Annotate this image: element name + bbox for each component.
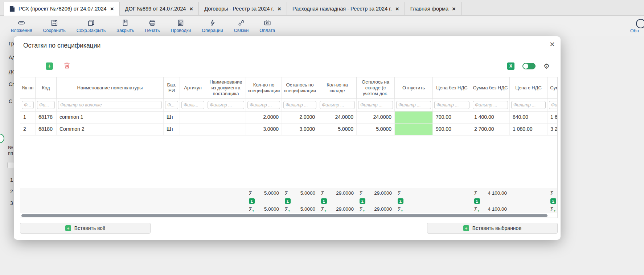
column-filter-input[interactable] — [247, 101, 280, 109]
bg-field-label: С — [9, 98, 12, 104]
save-close-button[interactable]: Сохр.Закрыть — [77, 19, 106, 33]
tab-close-icon[interactable]: × — [189, 6, 193, 12]
payment-button[interactable]: Оплата — [259, 19, 275, 33]
links-button[interactable]: Связки — [234, 19, 249, 33]
print-button[interactable]: Печать — [145, 19, 160, 33]
column-sum-button[interactable]: Σ — [249, 198, 255, 204]
add-row-button[interactable]: + — [46, 62, 53, 70]
refresh-icon[interactable] — [636, 19, 644, 28]
column-filter-input[interactable] — [434, 101, 469, 109]
cell: 3 2 — [547, 124, 558, 135]
column-sum-button[interactable]: Σ — [321, 198, 327, 204]
column-filter-input[interactable] — [165, 101, 178, 109]
insert-all-button[interactable]: + Вставить всё — [20, 223, 151, 234]
attachments-button[interactable]: Вложения — [11, 19, 32, 33]
bg-row-number: 3 — [10, 200, 13, 206]
tab-close-icon[interactable]: × — [110, 6, 114, 12]
column-header[interactable]: Сумма без НДС — [471, 77, 510, 98]
release-cell[interactable] — [395, 124, 433, 135]
dialog-title: Остатки по спецификации — [23, 42, 101, 49]
table-filter-row — [20, 99, 557, 112]
column-header[interactable]: № пп — [20, 77, 36, 98]
column-header[interactable]: Отпустить — [395, 77, 433, 98]
total-value: 29.0000 — [336, 206, 354, 212]
column-filter-input[interactable] — [181, 101, 204, 109]
bg-filter-input[interactable] — [7, 162, 15, 168]
scrollbar-thumb[interactable] — [21, 214, 547, 217]
delete-row-button[interactable] — [63, 62, 71, 71]
tool-label: Проводки — [171, 28, 191, 33]
column-sum-button[interactable]: Σ — [285, 198, 291, 204]
dialog-close-icon[interactable]: × — [550, 39, 555, 49]
table-row[interactable]: 168178common 1Шт2.00002.000024.000024.00… — [20, 112, 557, 124]
view-toggle[interactable] — [522, 63, 536, 69]
column-filter-input[interactable] — [208, 101, 244, 109]
column-filter-input[interactable] — [358, 101, 393, 109]
total-value: 4 100.00 — [488, 190, 507, 196]
excel-export-button[interactable]: X — [507, 62, 514, 70]
column-filter-input[interactable] — [283, 101, 316, 109]
column-sum-button[interactable]: Σ — [360, 198, 365, 204]
tab-rsx-project[interactable]: РСХ (проект №78206) от 24.07.2024 × — [4, 2, 120, 15]
tab-invoice-registry[interactable]: Расходная накладная - Реестр за 2024 г. … — [287, 2, 405, 15]
tab-close-icon[interactable]: × — [395, 6, 399, 12]
column-filter-input[interactable] — [22, 101, 34, 109]
column-header[interactable]: Осталось на складе (с учетом док- — [357, 77, 395, 98]
cell: 24.0000 — [357, 112, 395, 123]
column-filter-input[interactable] — [396, 101, 431, 109]
tab-close-icon[interactable]: × — [452, 6, 456, 12]
table-row[interactable]: 268180Common 2Шт3.00003.00005.00005.0000… — [20, 124, 557, 136]
release-cell[interactable] — [395, 112, 433, 123]
column-filter-input[interactable] — [473, 101, 508, 109]
column-header[interactable]: Цена с НДС — [510, 77, 547, 98]
refresh-button-label[interactable]: Обн — [630, 28, 639, 33]
links-icon — [237, 19, 245, 27]
column-filter-input[interactable] — [549, 101, 558, 109]
column-header[interactable]: Цена без НДС — [433, 77, 471, 98]
cell: 2 700.00 — [471, 124, 510, 135]
postings-button[interactable]: Проводки — [171, 19, 191, 33]
cell: 1 6 — [547, 112, 558, 123]
column-header[interactable]: Баз. ЕИ — [164, 77, 180, 98]
tab-label: Главная форма — [410, 6, 448, 12]
save-button[interactable]: Сохранить — [43, 19, 66, 33]
column-header[interactable]: Наименование номенклатуры — [57, 77, 164, 98]
tab-label: ДОГ №899 от 24.07.2024 — [125, 6, 186, 12]
close-document-button[interactable]: Закрыть — [116, 19, 134, 33]
column-header[interactable]: Осталось по спецификации — [282, 77, 318, 98]
column-filter-input[interactable] — [511, 101, 546, 109]
tab-contracts-registry[interactable]: Договоры - Реестр за 2024 г. × — [199, 2, 287, 15]
column-header[interactable]: Кол-во на складе — [318, 77, 357, 98]
tool-label: Связки — [234, 28, 249, 33]
edge-floating-button[interactable] — [0, 134, 4, 143]
column-header[interactable]: Артикул — [180, 77, 206, 98]
cell — [206, 112, 246, 123]
sigma-subscript: т — [554, 209, 555, 212]
settings-gear-icon[interactable]: ⚙ — [543, 63, 550, 70]
column-sum-button[interactable]: Σ — [474, 198, 480, 204]
table-header-row: № ппКодНаименование номенклатурыБаз. ЕИА… — [20, 77, 557, 99]
column-filter-input[interactable] — [320, 101, 355, 109]
tool-label: Сохранить — [43, 28, 66, 33]
cell: 700.00 — [433, 112, 471, 123]
cell: 68180 — [36, 124, 57, 135]
tab-close-icon[interactable]: × — [278, 6, 281, 12]
horizontal-scrollbar[interactable] — [20, 213, 557, 218]
column-sum-button[interactable]: Σ — [550, 198, 556, 204]
sigma-symbol: Σт — [474, 206, 479, 212]
column-header[interactable]: Сум — [547, 77, 558, 98]
column-header[interactable]: Наименование из документа поставщика — [206, 77, 246, 98]
sigma-subscript: т — [325, 209, 326, 212]
tab-dog-899[interactable]: ДОГ №899 от 24.07.2024 × — [120, 2, 199, 15]
insert-selected-button[interactable]: + Вставить выбранное — [427, 223, 558, 234]
operations-button[interactable]: Операции — [202, 19, 223, 33]
column-sum-button[interactable]: Σ — [398, 198, 403, 204]
sigma-symbol: Σ — [474, 190, 477, 196]
sigma-subscript: т — [288, 209, 290, 212]
total-value: 29.0000 — [374, 190, 392, 196]
tab-main-form[interactable]: Главная форма × — [405, 2, 462, 15]
column-filter-input[interactable] — [58, 101, 162, 109]
column-header[interactable]: Код — [36, 77, 57, 98]
column-filter-input[interactable] — [37, 101, 55, 109]
column-header[interactable]: Кол-во по спецификации — [246, 77, 282, 98]
